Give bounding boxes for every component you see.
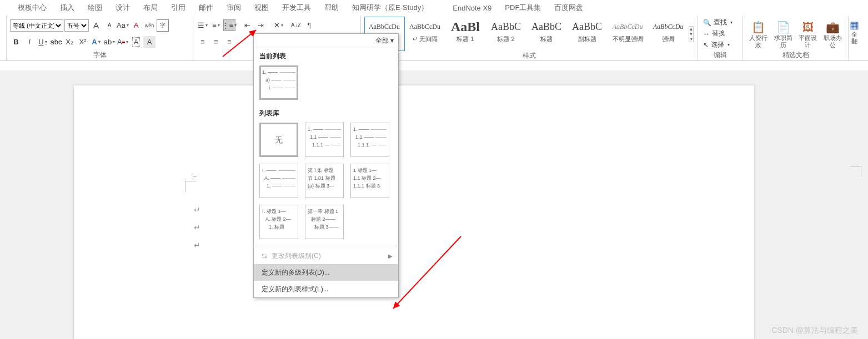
group-label-font: 字体 <box>7 50 193 59</box>
tab-help[interactable]: 帮助 <box>318 1 345 15</box>
list-lib-7[interactable]: 第一章 标题 1 标题 2—— 标题 3—— <box>305 205 344 239</box>
tab-cnki[interactable]: 知网研学（原E-Study） <box>345 1 435 15</box>
tab-mail[interactable]: 邮件 <box>192 1 220 15</box>
bold-button[interactable]: B <box>10 36 22 48</box>
tab-reference[interactable]: 引用 <box>164 1 192 15</box>
menu-tabs: 模板中心 插入 绘图 设计 布局 引用 邮件 审阅 视图 开发工具 帮助 知网研… <box>0 0 868 16</box>
group-translate: ▦ 全翻 <box>849 16 865 60</box>
list-lib-2[interactable]: 1. —— 1.1 —— 1.1.1. — <box>350 123 389 157</box>
tab-layout[interactable]: 布局 <box>137 1 164 15</box>
tab-endnote[interactable]: EndNote X9 <box>446 2 498 14</box>
numbering-button[interactable]: ≡ <box>210 19 222 31</box>
font-size-select[interactable]: 五号 <box>64 19 89 32</box>
tab-pdftools[interactable]: PDF工具集 <box>498 1 548 15</box>
margin-corner-tl <box>193 176 197 180</box>
char-circle-button[interactable]: A <box>130 36 142 48</box>
list-lib-3[interactable]: I. —— A. —— 1. —— <box>259 164 298 198</box>
group-editing: 🔍查找▾ ↔替换 ↖选择▾ 编辑 <box>698 16 743 60</box>
cursor-icon: ↖ <box>703 41 709 49</box>
style-subtitle[interactable]: AaBbC副标题 <box>567 17 608 51</box>
document-area: ↵ ↵ ↵ <box>0 70 868 339</box>
define-new-multilevel-list-item[interactable]: 定义新的多级列表(D)... <box>254 264 398 281</box>
tab-view[interactable]: 视图 <box>248 1 275 15</box>
change-list-level-item: ⇆ 更改列表级别(C) ▶ <box>254 247 398 264</box>
paragraph-mark: ↵ <box>194 223 200 232</box>
enclose-chars-button[interactable]: 字 <box>157 19 169 32</box>
decrease-font-icon[interactable]: A <box>103 19 116 32</box>
tab-baidudisk[interactable]: 百度网盘 <box>548 1 590 15</box>
align-center-button[interactable]: ≡ <box>210 36 222 48</box>
strike-button[interactable]: abc <box>50 36 62 48</box>
multilevel-list-popup: 全部 ▾ 当前列表 1. —— a) —— i. —— 列表库 无 1. —— … <box>253 33 399 298</box>
styles-expand-icon[interactable]: ▾ <box>689 37 694 42</box>
align-right-button[interactable]: ≡ <box>223 36 235 48</box>
italic-button[interactable]: I <box>23 36 36 48</box>
margin-corner <box>185 181 196 192</box>
doc-design[interactable]: 🖼平面设计 <box>796 17 820 50</box>
search-icon: 🔍 <box>703 19 711 27</box>
group-featured-docs: 📋人资行政 📄求职简历 🖼平面设计 💼职场办公 精选文档 <box>743 16 849 60</box>
tab-template[interactable]: 模板中心 <box>11 1 53 15</box>
doc-resume[interactable]: 📄求职简历 <box>771 17 795 50</box>
tab-review[interactable]: 审阅 <box>220 1 248 15</box>
select-button[interactable]: ↖选择▾ <box>701 39 739 50</box>
bullets-button[interactable]: ☰ <box>197 19 209 31</box>
watermark: CSDN @算法与编程之美 <box>771 326 858 336</box>
change-case-button[interactable]: Aa <box>117 19 129 32</box>
doc-hr[interactable]: 📋人资行政 <box>746 17 770 50</box>
list-none-thumb[interactable]: 无 <box>259 123 298 157</box>
text-direction-button[interactable]: ✕ <box>272 19 284 31</box>
highlight-button[interactable]: ab <box>103 36 116 48</box>
styles-down-icon[interactable]: ▼ <box>689 32 694 37</box>
font-name-select[interactable]: 等线 (中文正文) <box>10 19 63 32</box>
style-nospacing[interactable]: AaBbCcDu↵ 无间隔 <box>405 17 445 51</box>
increase-indent-button[interactable]: ⇥ <box>254 19 267 31</box>
style-subtle-emphasis[interactable]: AaBbCcDu不明显强调 <box>608 17 648 51</box>
doc-icon: 📋 <box>746 20 770 34</box>
group-font: 等线 (中文正文) 五号 A A Aa A wén 字 B I U abc X₂… <box>7 16 193 60</box>
clear-format-button[interactable]: A <box>130 19 142 32</box>
styles-up-icon[interactable]: ▲ <box>689 27 694 32</box>
style-emphasis[interactable]: AaBbCcDu强调 <box>648 17 689 51</box>
define-new-list-style-item[interactable]: 定义新的列表样式(L)... <box>254 281 398 297</box>
sort-button[interactable]: A↓Z <box>290 19 302 31</box>
translate-all-button[interactable]: ▦ 全翻 <box>849 16 860 44</box>
styles-scroll[interactable]: ▲ ▼ ▾ <box>689 26 694 42</box>
align-left-button[interactable]: ≡ <box>197 36 209 48</box>
doc-office[interactable]: 💼职场办公 <box>821 17 845 50</box>
group-label-editing: 编辑 <box>698 50 742 59</box>
font-color-button[interactable]: A <box>117 36 129 48</box>
current-list-thumb[interactable]: 1. —— a) —— i. —— <box>259 65 298 100</box>
list-lib-6[interactable]: Ⅰ. 标题 1— A. 标题 2— 1. 标题 <box>259 205 298 239</box>
list-lib-5[interactable]: 1 标题 1— 1.1 标题 2— 1.1.1 标题 3· <box>350 164 389 198</box>
superscript-button[interactable]: X² <box>77 36 89 48</box>
find-button[interactable]: 🔍查找▾ <box>701 17 739 28</box>
list-lib-1[interactable]: 1. —— 1.1 —— 1.1.1 — <box>305 123 344 157</box>
increase-font-icon[interactable]: A <box>90 19 102 32</box>
popup-section-library: 列表库 <box>254 105 398 120</box>
tab-design[interactable]: 设计 <box>109 1 137 15</box>
styles-gallery: AaBbCcDu↵ 正文 AaBbCcDu↵ 无间隔 AaBl标题 1 AaBb… <box>364 17 689 51</box>
multilevel-list-button[interactable]: ⋮≡ <box>223 19 235 31</box>
doc-icon: 🖼 <box>796 20 820 34</box>
style-heading2[interactable]: AaBbC标题 2 <box>486 17 526 51</box>
style-heading1[interactable]: AaBl标题 1 <box>445 17 486 51</box>
page[interactable]: ↵ ↵ ↵ <box>74 85 754 339</box>
chevron-right-icon: ▶ <box>388 253 393 259</box>
phonetic-guide-button[interactable]: wén <box>143 19 155 32</box>
list-lib-4[interactable]: 第 Ⅰ 条 标题 节 1.01 标题 (a) 标题 3— <box>305 164 344 198</box>
show-marks-button[interactable]: ¶ <box>303 19 315 31</box>
text-effects-button[interactable]: A <box>90 36 102 48</box>
doc-icon: 💼 <box>821 20 845 34</box>
tab-draw[interactable]: 绘图 <box>81 1 109 15</box>
popup-all-dropdown[interactable]: 全部 ▾ <box>254 34 398 48</box>
tab-devtools[interactable]: 开发工具 <box>275 1 318 15</box>
style-title[interactable]: AaBbC标题 <box>526 17 567 51</box>
paragraph-mark: ↵ <box>194 241 200 250</box>
underline-button[interactable]: U <box>37 36 49 48</box>
replace-button[interactable]: ↔替换 <box>701 28 739 39</box>
tab-insert[interactable]: 插入 <box>53 1 81 15</box>
decrease-indent-button[interactable]: ⇤ <box>241 19 253 31</box>
subscript-button[interactable]: X₂ <box>63 36 76 48</box>
char-shade-button[interactable]: A <box>143 36 155 48</box>
